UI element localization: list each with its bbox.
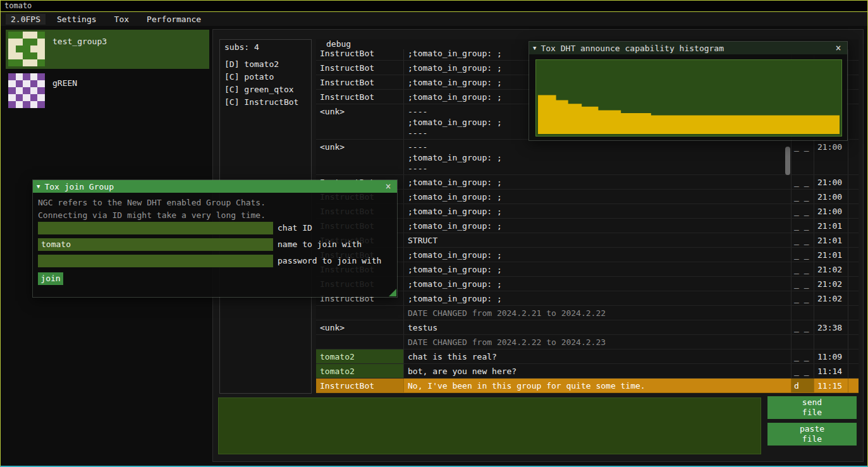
chat-row-name bbox=[316, 335, 404, 349]
chat-row-message: ;tomato_in_group: ; bbox=[404, 248, 792, 262]
chat-row: <unk>testus_ _23:38 bbox=[316, 320, 859, 335]
group-avatar bbox=[8, 32, 45, 66]
subs-count: subs: 4 bbox=[220, 40, 311, 54]
chat-row-time: 21:01 bbox=[814, 219, 848, 233]
chat-row-flags: _ _ bbox=[792, 204, 814, 218]
chat-row-flags: _ _ bbox=[792, 248, 814, 262]
subs-member[interactable]: [C] potato bbox=[220, 71, 311, 83]
chat-row-time: 21:02 bbox=[814, 262, 848, 276]
chat-row-time: 11:15 bbox=[814, 379, 848, 392]
chat-row: <unk>---- ;tomato_in_group: ; ----_ _21:… bbox=[316, 140, 859, 175]
send-file-button[interactable]: send file bbox=[767, 396, 857, 419]
subs-member[interactable]: [D] tomato2 bbox=[220, 58, 311, 71]
input-label: name to join with bbox=[278, 238, 362, 251]
chat-row-name: InstructBot bbox=[316, 379, 404, 392]
resize-grip[interactable] bbox=[389, 289, 396, 296]
group-name: gREEN bbox=[52, 78, 77, 111]
chat-row-message: ;tomato_in_group: ; bbox=[404, 190, 792, 203]
chat-row-time: 23:38 bbox=[814, 320, 848, 334]
input-label: password to join with bbox=[278, 255, 381, 267]
input-password-to-join-with[interactable] bbox=[38, 255, 273, 267]
close-icon[interactable]: × bbox=[833, 44, 843, 53]
chat-row-flags: _ _ bbox=[792, 364, 814, 378]
subs-member[interactable]: [C] InstructBot bbox=[220, 96, 311, 109]
chat-row-time: 21:00 bbox=[814, 204, 848, 218]
chat-row: tomato2chat is this real?_ _11:09 bbox=[316, 349, 859, 364]
chat-row-message: ;tomato_in_group: ; bbox=[404, 277, 792, 291]
chat-row-message: chat is this real? bbox=[404, 349, 792, 363]
chat-row-flags: d bbox=[792, 379, 814, 392]
window-title: tomato bbox=[4, 1, 32, 10]
join-button[interactable]: join bbox=[38, 272, 63, 285]
join-field-row: tomatoname to join with bbox=[38, 238, 381, 251]
chat-row-time: 11:14 bbox=[814, 364, 848, 378]
join-field-row: password to join with bbox=[38, 255, 381, 267]
chat-row-time: 21:00 bbox=[814, 140, 848, 174]
histogram-window-titlebar[interactable]: ▼ Tox DHT announce capability histogram … bbox=[529, 42, 847, 54]
menu-item-settings[interactable]: Settings bbox=[54, 14, 99, 25]
window-titlebar: tomato bbox=[1, 1, 867, 12]
chat-row-name bbox=[316, 306, 404, 320]
histogram-plot-svg bbox=[536, 60, 841, 136]
chat-row-flags bbox=[792, 335, 814, 349]
chat-row-flags: _ _ bbox=[792, 175, 814, 189]
chat-row-time: 21:02 bbox=[814, 277, 848, 291]
histogram-plot bbox=[535, 59, 842, 136]
group-name: test_group3 bbox=[52, 37, 107, 69]
collapse-icon[interactable]: ▼ bbox=[533, 45, 536, 51]
chat-row: tomato2bot, are you new here?_ _11:14 bbox=[316, 364, 859, 379]
menubar: 2.0FPS SettingsToxPerformance bbox=[1, 12, 867, 26]
chat-row-message: No, I've been in this group for quite so… bbox=[404, 379, 792, 392]
group-item-test_group3[interactable]: test_group3 bbox=[6, 30, 209, 69]
chat-row-name: <unk> bbox=[316, 140, 404, 174]
group-avatar bbox=[8, 73, 45, 108]
join-window-title: Tox join Group bbox=[44, 182, 114, 191]
subs-member[interactable]: [C] green_qtox bbox=[220, 83, 311, 96]
join-window-body: NGC refers to the New DHT enabled Group … bbox=[33, 193, 397, 297]
chat-row-time: 21:01 bbox=[814, 233, 848, 247]
chat-row-message: ;tomato_in_group: ; bbox=[404, 175, 792, 189]
join-window-titlebar[interactable]: ▼ Tox join Group × bbox=[33, 180, 397, 193]
chat-row-time: 21:00 bbox=[814, 190, 848, 203]
chat-row-flags: _ _ bbox=[792, 291, 814, 305]
join-group-window: ▼ Tox join Group × NGC refers to the New… bbox=[32, 179, 398, 298]
chat-row-name: InstructBot bbox=[316, 61, 404, 75]
chat-row-name: <unk> bbox=[316, 104, 404, 139]
chat-row-time: 11:09 bbox=[814, 349, 848, 363]
message-input[interactable] bbox=[218, 397, 761, 454]
close-icon[interactable]: × bbox=[383, 182, 393, 191]
chat-row-name: <unk> bbox=[316, 320, 404, 334]
chat-row-name: InstructBot bbox=[316, 75, 404, 89]
chat-row: InstructBotNo, I've been in this group f… bbox=[316, 379, 859, 393]
join-field-row: chat ID bbox=[38, 222, 381, 234]
histogram-window-title: Tox DHT announce capability histogram bbox=[541, 44, 724, 53]
chat-row-flags bbox=[792, 306, 814, 320]
menu-item-tox[interactable]: Tox bbox=[112, 14, 131, 25]
chat-row-message: ;tomato_in_group: ; bbox=[404, 204, 792, 218]
chat-row-flags: _ _ bbox=[792, 349, 814, 363]
join-info-line: NGC refers to the New DHT enabled Group … bbox=[38, 197, 266, 209]
join-info-text: NGC refers to the New DHT enabled Group … bbox=[38, 197, 266, 222]
chat-row-message: ;tomato_in_group: ; bbox=[404, 219, 792, 233]
chat-row-flags: _ _ bbox=[792, 219, 814, 233]
menu-item-performance[interactable]: Performance bbox=[144, 14, 204, 25]
chat-row-flags: _ _ bbox=[792, 233, 814, 247]
chat-scrollbar[interactable] bbox=[785, 147, 790, 175]
group-item-gREEN[interactable]: gREEN bbox=[6, 71, 209, 111]
collapse-icon[interactable]: ▼ bbox=[37, 183, 40, 190]
input-name-to-join-with[interactable]: tomato bbox=[38, 238, 273, 251]
join-info-line: Connecting via ID might take a very long… bbox=[38, 209, 266, 222]
chat-row-time: 21:00 bbox=[814, 175, 848, 189]
join-fields: chat IDtomatoname to join withpassword t… bbox=[38, 222, 381, 271]
histogram-window: ▼ Tox DHT announce capability histogram … bbox=[529, 41, 848, 141]
chat-row-time bbox=[814, 335, 848, 349]
input-chat-ID[interactable] bbox=[38, 222, 273, 234]
chat-row-name: InstructBot bbox=[316, 90, 404, 104]
chat-row-message: ---- ;tomato_in_group: ; ---- bbox=[404, 140, 792, 174]
chat-row-message: ;tomato_in_group: ; bbox=[404, 262, 792, 276]
subs-member-list: [D] tomato2[C] potato[C] green_qtox[C] I… bbox=[220, 58, 311, 109]
menu-items: SettingsToxPerformance bbox=[54, 14, 204, 25]
chat-row-flags: _ _ bbox=[792, 262, 814, 276]
paste-file-button[interactable]: paste file bbox=[767, 423, 857, 446]
chat-row-message: ;tomato_in_group: ; bbox=[404, 291, 792, 305]
